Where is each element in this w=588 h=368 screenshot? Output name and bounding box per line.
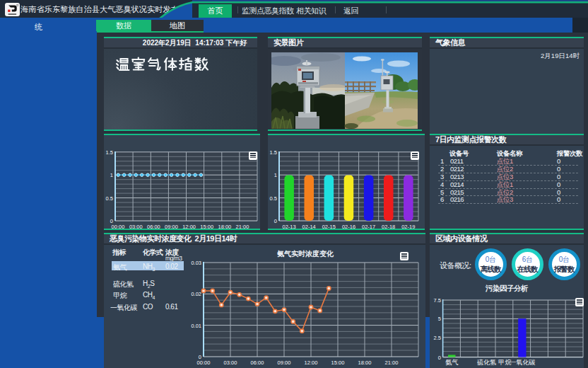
svg-text:12:00: 12:00 [182,224,196,230]
svg-text:12:00: 12:00 [305,360,318,366]
svg-text:06:00: 06:00 [147,224,160,230]
svg-text:0.02: 0.02 [191,291,201,297]
svg-text:02-14: 02-14 [302,224,316,230]
svg-text:5: 5 [438,316,441,322]
svg-text:03:00: 03:00 [224,360,237,366]
svg-text:氨气: 氨气 [445,359,459,366]
svg-text:1: 1 [274,172,277,178]
svg-text:0.5: 0.5 [270,195,277,202]
svg-text:06:00: 06:00 [251,360,264,366]
svg-text:03:00: 03:00 [129,224,143,230]
svg-text:00:00: 00:00 [112,224,125,230]
svg-text:02-15: 02-15 [322,224,336,230]
svg-text:02-13: 02-13 [283,224,296,230]
svg-text:1.5: 1.5 [270,149,277,156]
svg-text:09:00: 09:00 [278,360,291,366]
svg-text:0.01: 0.01 [191,323,201,329]
svg-text:21:00: 21:00 [385,360,399,366]
svg-text:21:00: 21:00 [236,224,249,230]
svg-text:15:00: 15:00 [331,360,345,366]
svg-text:硫化氢: 硫化氢 [477,359,496,366]
svg-text:02-17: 02-17 [362,224,375,230]
svg-text:09:00: 09:00 [165,224,178,230]
svg-text:02-18: 02-18 [382,224,395,230]
svg-text:00:00: 00:00 [197,360,211,366]
svg-text:0.03: 0.03 [191,260,201,266]
svg-text:02-19: 02-19 [401,224,415,230]
svg-text:02-16: 02-16 [342,224,355,230]
svg-text:0.5: 0.5 [106,195,113,202]
svg-text:1: 1 [110,172,113,178]
svg-text:0: 0 [274,218,277,224]
svg-text:7.5: 7.5 [434,297,441,304]
svg-text:一氧化碳: 一氧化碳 [510,359,535,366]
svg-text:18:00: 18:00 [218,224,232,230]
svg-text:1.5: 1.5 [106,149,113,156]
svg-text:18:00: 18:00 [358,360,372,366]
svg-text:0: 0 [438,355,441,361]
svg-text:2.5: 2.5 [434,335,441,341]
svg-text:15:00: 15:00 [200,224,213,230]
